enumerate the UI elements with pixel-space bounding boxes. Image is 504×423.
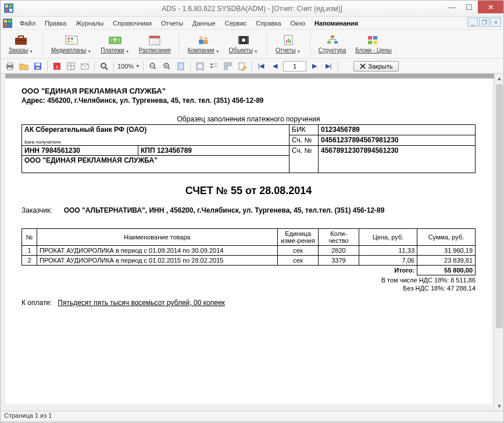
sample-caption: Образец заполнения платежного поручения (22, 115, 476, 123)
fullpage-icon[interactable] (175, 60, 187, 72)
mdi-minimize[interactable]: _ (467, 17, 478, 27)
svg-point-27 (204, 37, 208, 40)
blocks-icon (366, 34, 380, 46)
separator (42, 33, 43, 56)
svg-text:A: A (56, 65, 59, 69)
last-page-icon[interactable]: ▶| (323, 60, 334, 72)
tb-structure[interactable]: Структура (315, 33, 349, 55)
svg-rect-77 (228, 63, 231, 66)
zoom-in-icon[interactable] (161, 60, 173, 72)
payee-org: ООО "ЕДИНАЯ РЕКЛАМНАЯ СЛУЖБА" (22, 156, 289, 173)
page-number-input[interactable] (283, 61, 306, 71)
menu-data[interactable]: Данные (188, 18, 220, 28)
svg-rect-38 (327, 41, 331, 44)
svg-rect-34 (286, 40, 287, 43)
items-table: № Наименование товара Единица изме-рения… (22, 228, 476, 275)
margins-icon[interactable] (194, 60, 206, 72)
find-icon[interactable] (98, 60, 110, 72)
tb-objects[interactable]: Объекты▼ (226, 33, 262, 55)
tb-orders[interactable]: Заказы▼ (4, 33, 38, 55)
tree-icon (326, 34, 339, 46)
kpp-value: КПП 123456789 (138, 146, 289, 156)
zoom-control[interactable]: 100%▼ (117, 63, 140, 70)
menu-edit[interactable]: Правка (41, 18, 70, 28)
mdi-restore[interactable]: ❐ (479, 17, 489, 27)
tb-blocks-prices[interactable]: Блоки - Цены (352, 33, 395, 55)
svg-rect-10 (19, 36, 23, 38)
save-icon[interactable] (32, 60, 44, 72)
tb-payments[interactable]: 100 Платежи▼ (97, 33, 133, 55)
titlebar: ADS - 1.6.80.622 SYSDBA(ADM) - [Отчет: С… (1, 1, 503, 17)
totals-block: В том числе НДС 18%: 8 511,86 Без НДС 18… (22, 277, 476, 292)
scroll-down-icon[interactable]: ▼ (495, 402, 503, 411)
mediaplans-icon (65, 34, 78, 46)
mdi-close[interactable]: × (491, 17, 501, 27)
first-page-icon[interactable]: |◀ (255, 60, 267, 72)
export-mail-icon[interactable] (79, 60, 91, 72)
acc2-value: 45678912307894561230 (319, 146, 476, 173)
separator (113, 61, 114, 71)
scrollbar-thumb[interactable] (496, 84, 503, 328)
svg-rect-7 (8, 20, 11, 23)
menu-service[interactable]: Сервис (221, 18, 251, 28)
tb-schedules[interactable]: Расписания (135, 33, 174, 55)
close-report-button[interactable]: Закрыть (353, 61, 399, 71)
svg-rect-13 (67, 38, 70, 40)
svg-rect-37 (331, 35, 334, 38)
tb-companies[interactable]: Компании▼ (184, 33, 223, 55)
svg-rect-8 (4, 24, 7, 27)
svg-rect-46 (368, 41, 372, 44)
menu-reminders[interactable]: Напоминания (310, 18, 362, 28)
col-unit: Единица изме-рения (278, 229, 319, 246)
separator (251, 61, 252, 71)
minimize-button[interactable]: — (443, 1, 460, 13)
report-page: ООО "ЕДИНАЯ РЕКЛАМНАЯ СЛУЖБА" Адрес: 456… (5, 78, 492, 404)
print-icon[interactable] (4, 60, 16, 72)
invoice-title: СЧЕТ № 55 от 28.08.2014 (22, 185, 476, 197)
open-icon[interactable] (18, 60, 30, 72)
svg-rect-72 (210, 63, 213, 65)
svg-rect-21 (149, 36, 160, 38)
menu-file[interactable]: Файл (16, 18, 40, 28)
menu-help[interactable]: Справка (252, 18, 285, 28)
zoom-out-icon[interactable] (147, 60, 159, 72)
close-button[interactable]: ✕ (478, 1, 503, 13)
svg-rect-15 (67, 41, 70, 42)
thumbnails-icon[interactable] (222, 60, 234, 72)
export-excel-icon[interactable] (65, 60, 77, 72)
menu-reports[interactable]: Отчеты (157, 18, 187, 28)
film-icon (237, 34, 251, 46)
total-row: Итого: 55 800,00 (22, 266, 476, 275)
customer-row: Заказчик: ООО "АЛЬТЕРНАТИВА", ИНН , 4562… (22, 206, 476, 214)
maximize-button[interactable]: ☐ (460, 1, 478, 13)
menu-ref[interactable]: Справочники (109, 18, 156, 28)
acc-label: Сч. № (289, 135, 319, 146)
vertical-scrollbar[interactable]: ▲ ▼ (494, 74, 503, 411)
separator (94, 61, 95, 71)
svg-rect-44 (368, 36, 372, 40)
separator (47, 61, 48, 71)
app-small-icon (3, 19, 12, 28)
outline-icon[interactable] (208, 60, 220, 72)
export-pdf-icon[interactable]: A (51, 60, 63, 72)
svg-rect-52 (35, 63, 40, 66)
menu-journals[interactable]: Журналы (72, 18, 108, 28)
org-name: ООО "ЕДИНАЯ РЕКЛАМНАЯ СЛУЖБА" (22, 87, 476, 95)
col-price: Цена, руб. (359, 229, 417, 246)
prev-page-icon[interactable]: ◀ (269, 60, 281, 72)
tb-reports[interactable]: Отчеты▼ (271, 33, 305, 55)
bank-name: АК Сберегательный банк РФ (ОАО) (24, 126, 287, 134)
menu-window[interactable]: Окно (287, 18, 310, 28)
separator (143, 61, 144, 71)
scroll-up-icon[interactable]: ▲ (495, 74, 503, 83)
svg-rect-6 (4, 20, 7, 23)
window-title: ADS - 1.6.80.622 SYSDBA(ADM) - [Отчет: С… (162, 5, 342, 13)
tb-mediaplans[interactable]: Медиапланы▼ (48, 33, 95, 55)
svg-rect-45 (373, 36, 377, 40)
next-page-icon[interactable]: ▶ (309, 60, 320, 72)
svg-rect-35 (288, 38, 289, 43)
customer-value: ООО "АЛЬТЕРНАТИВА", ИНН , 456200, г.Челя… (64, 206, 385, 214)
customer-label: Заказчик: (22, 206, 52, 214)
page-shadow (5, 74, 494, 78)
edit-page-icon[interactable] (236, 60, 248, 72)
